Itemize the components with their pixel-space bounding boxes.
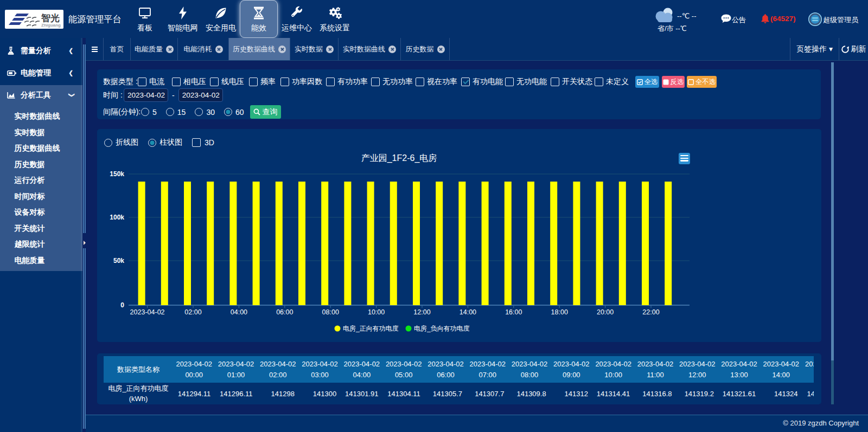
svg-text:2023-04-02: 2023-04-02 <box>130 308 165 316</box>
svg-text:04:00: 04:00 <box>231 308 247 316</box>
svg-text:10:00: 10:00 <box>368 308 385 316</box>
svg-text:12:00: 12:00 <box>413 308 430 316</box>
svg-text:06:00: 06:00 <box>276 308 293 316</box>
svg-text:150k: 150k <box>110 170 124 178</box>
svg-text:100k: 100k <box>110 214 124 221</box>
svg-text:电房_正向有功电度: 电房_正向有功电度 <box>343 325 399 332</box>
svg-text:电房_负向有功电度: 电房_负向有功电度 <box>414 325 470 332</box>
svg-text:0: 0 <box>120 301 124 309</box>
svg-text:02:00: 02:00 <box>184 308 201 316</box>
svg-text:16:00: 16:00 <box>505 308 522 316</box>
svg-text:20:00: 20:00 <box>597 308 614 316</box>
svg-text:08:00: 08:00 <box>322 308 339 316</box>
svg-text:22:00: 22:00 <box>642 308 659 316</box>
svg-text:50k: 50k <box>113 257 124 265</box>
svg-text:智光: 智光 <box>41 13 60 23</box>
svg-text:18:00: 18:00 <box>551 308 568 316</box>
svg-text:Zhiguang: Zhiguang <box>41 23 61 28</box>
svg-text:14:00: 14:00 <box>459 308 476 316</box>
